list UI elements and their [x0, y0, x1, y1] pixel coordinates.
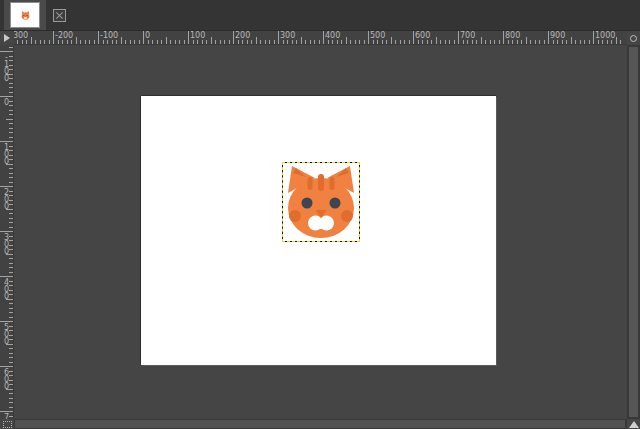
ruler-tick: [6, 209, 13, 210]
ruler-tick: [9, 362, 13, 363]
ruler-tick: [224, 40, 225, 44]
ruler-tick: [6, 299, 13, 300]
ruler-tick: [80, 40, 81, 44]
image-tab-placeholder[interactable]: [46, 0, 72, 30]
ruler-tick: [9, 137, 13, 138]
vertical-ruler[interactable]: -1000100200300400500600700: [0, 45, 14, 419]
ruler-tick: [557, 40, 558, 44]
image-canvas[interactable]: [141, 96, 496, 365]
x-placeholder-icon: [53, 9, 66, 22]
ruler-label: 200: [235, 32, 250, 40]
ruler-tick: [9, 92, 13, 93]
ruler-tick: [9, 110, 13, 111]
ruler-tick: [179, 40, 180, 44]
ruler-tick: [598, 40, 599, 44]
ruler-tick: [9, 357, 13, 358]
ruler-tick: [296, 40, 297, 44]
ruler-tick: [9, 267, 13, 268]
ruler-tick: [0, 231, 13, 232]
ruler-label: -200: [55, 32, 73, 40]
ruler-tick: [355, 40, 356, 44]
horizontal-ruler[interactable]: -300-200-1000100200300400500600700800900…: [14, 31, 627, 45]
ruler-tick: [184, 40, 185, 44]
ruler-tick: [611, 40, 612, 44]
ruler-label: 0: [2, 98, 10, 105]
ruler-label: -100: [2, 53, 10, 81]
ruler-tick: [89, 40, 90, 44]
cat-artwork: [283, 163, 359, 241]
navigation-button[interactable]: [627, 419, 640, 429]
ruler-label: 500: [2, 323, 10, 344]
horizontal-scrollbar-thumb[interactable]: [15, 420, 625, 428]
ruler-tick: [287, 40, 288, 44]
ruler-tick: [9, 105, 13, 106]
vertical-scrollbar-thumb[interactable]: [629, 47, 638, 417]
ruler-tick: [9, 128, 13, 129]
ruler-tick: [238, 40, 239, 44]
ruler-tick: [278, 31, 279, 44]
circle-icon: [630, 35, 637, 42]
image-tab-thumbnail: [10, 2, 40, 28]
ruler-tick: [490, 40, 491, 44]
ruler-tick: [602, 40, 603, 44]
ruler-tick: [472, 40, 473, 44]
dashed-square-icon: [3, 421, 12, 428]
ruler-tick: [0, 141, 13, 142]
vertical-scrollbar[interactable]: [627, 45, 640, 419]
ruler-label: 100: [2, 143, 10, 164]
ruler-tick: [188, 31, 189, 44]
ruler-tick: [170, 40, 171, 44]
ruler-tick: [0, 276, 13, 277]
ruler-tick: [269, 40, 270, 44]
ruler-tick: [6, 344, 13, 345]
ruler-label: 600: [2, 368, 10, 389]
ruler-tick: [404, 40, 405, 44]
ruler-tick: [9, 312, 13, 313]
ruler-tick: [530, 40, 531, 44]
ruler-tick: [521, 40, 522, 44]
ruler-tick: [463, 40, 464, 44]
ruler-tick: [220, 40, 221, 44]
ruler-tick: [76, 37, 77, 44]
ruler-tick: [400, 40, 401, 44]
ruler-tick: [157, 40, 158, 44]
ruler-tick: [575, 40, 576, 44]
ruler-tick: [161, 40, 162, 44]
image-menu-button[interactable]: [0, 31, 14, 45]
ruler-tick: [251, 40, 252, 44]
zoom-follow-window-button[interactable]: [627, 31, 640, 45]
ruler-tick: [242, 40, 243, 44]
ruler-tick: [71, 40, 72, 44]
ruler-tick: [9, 227, 13, 228]
ruler-tick: [6, 119, 13, 120]
ruler-tick: [31, 37, 32, 44]
ruler-tick: [9, 213, 13, 214]
ruler-label: 0: [145, 32, 150, 40]
ruler-label: 800: [505, 32, 520, 40]
ruler-tick: [17, 40, 18, 44]
quick-mask-button[interactable]: [0, 419, 14, 429]
gimp-image-window: -300-200-1000100200300400500600700800900…: [0, 0, 640, 429]
ruler-label: 1000: [595, 32, 615, 40]
ruler-tick: [485, 40, 486, 44]
ruler-tick: [256, 37, 257, 44]
ruler-tick: [445, 40, 446, 44]
ruler-tick: [67, 40, 68, 44]
horizontal-scrollbar[interactable]: [14, 419, 627, 429]
ruler-tick: [9, 317, 13, 318]
ruler-tick: [418, 40, 419, 44]
ruler-tick: [9, 398, 13, 399]
ruler-tick: [139, 40, 140, 44]
ruler-label: 900: [550, 32, 565, 40]
ruler-tick: [206, 40, 207, 44]
ruler-label: 600: [415, 32, 430, 40]
ruler-tick: [584, 40, 585, 44]
ruler-tick: [377, 40, 378, 44]
ruler-tick: [9, 182, 13, 183]
ruler-label: 400: [2, 278, 10, 299]
ruler-tick: [620, 40, 621, 44]
ruler-tick: [9, 303, 13, 304]
image-tab-cat[interactable]: [4, 0, 46, 30]
ruler-tick: [6, 389, 13, 390]
ruler-tick: [152, 40, 153, 44]
